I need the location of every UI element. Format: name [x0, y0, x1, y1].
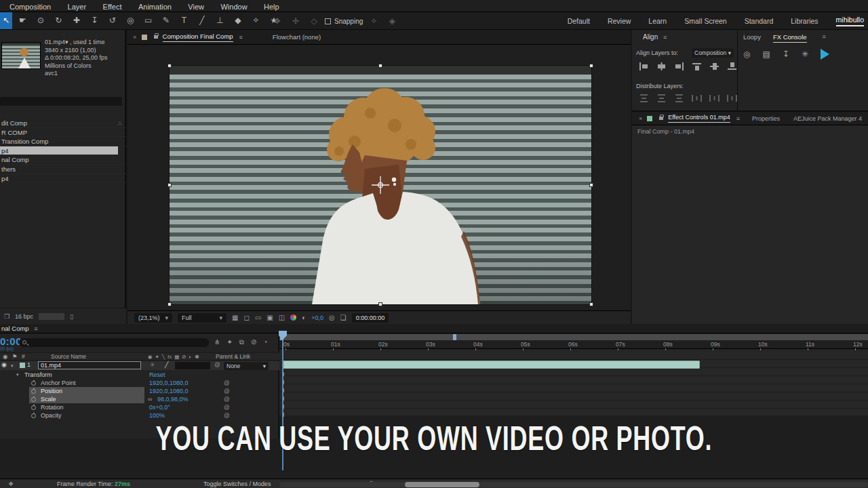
pickwhip-icon[interactable]: @	[224, 403, 230, 411]
menu-composition[interactable]: Composition	[3, 1, 58, 13]
project-item[interactable]: Transition Comp	[0, 137, 126, 146]
camera-tool[interactable]: ◎	[123, 12, 138, 29]
region-of-interest-icon[interactable]: ▭	[255, 314, 261, 321]
draft-3d-icon[interactable]: ✦	[226, 338, 232, 346]
preview-timecode[interactable]: 0:00:00:00	[352, 313, 389, 323]
source-name-column[interactable]: Source Name	[51, 353, 86, 360]
show-snapshot-icon[interactable]: ❑	[340, 314, 347, 321]
align-top-button[interactable]	[692, 62, 702, 70]
pixel-aspect-icon[interactable]: ◈	[384, 13, 399, 30]
selection-handle[interactable]	[167, 64, 172, 68]
property-value[interactable]: 1920,0,1080,0	[149, 379, 189, 387]
panel-menu-icon[interactable]: ≡	[663, 34, 667, 41]
selection-handle[interactable]	[167, 183, 172, 187]
project-item[interactable]: nal Comp	[0, 155, 126, 165]
workspace-libraries[interactable]: Libraries	[791, 17, 818, 25]
panel-menu-icon[interactable]: ≡	[823, 33, 826, 43]
tab-flowchart[interactable]: Flowchart (none)	[273, 33, 321, 41]
align-center-horizontal-button[interactable]	[656, 62, 667, 70]
tab-aejuice[interactable]: AEJuice Pack Manager 4	[793, 115, 862, 122]
project-item[interactable]: p4	[0, 174, 126, 184]
workspace-user[interactable]: mihibullo	[836, 16, 864, 26]
property-value[interactable]: 98,0,98,0%	[157, 395, 189, 403]
rectangle-tool[interactable]: ▭	[141, 12, 156, 29]
trash-icon[interactable]: ▯	[70, 313, 73, 320]
selection-tool[interactable]: ↖	[0, 12, 12, 29]
distribute-right-button[interactable]	[727, 94, 737, 102]
render-slate-icon[interactable]: ▤	[762, 49, 770, 59]
distribute-bottom-button[interactable]	[674, 94, 684, 102]
layer-color-swatch[interactable]	[20, 363, 25, 368]
project-item[interactable]: R COMP	[0, 128, 126, 138]
tab-effect-controls[interactable]: Effect Controls 01.mp4	[668, 114, 730, 123]
grid-options-icon[interactable]: ▦	[232, 314, 238, 321]
workspace-default[interactable]: Default	[568, 17, 590, 25]
timeline-horizontal-scrollbar[interactable]	[279, 482, 868, 487]
zoom-tool[interactable]: ⊙	[33, 12, 48, 29]
orbit-camera-tool[interactable]: ↻	[51, 12, 66, 29]
stopwatch-icon[interactable]	[31, 389, 36, 394]
menu-effect[interactable]: Effect	[96, 1, 129, 13]
tab-loopy[interactable]: Loopy	[743, 33, 761, 43]
project-item[interactable]: thers	[0, 165, 126, 174]
type-tool[interactable]: T	[177, 12, 192, 29]
selection-handle[interactable]	[589, 302, 593, 306]
pickwhip-icon[interactable]: @	[224, 387, 230, 395]
distribute-left-button[interactable]	[692, 94, 702, 102]
shape-dynamics-icon[interactable]: ✧	[366, 13, 381, 30]
scrollbar-handle[interactable]	[405, 482, 479, 487]
close-icon[interactable]: ×	[639, 115, 642, 122]
project-search-input[interactable]	[0, 97, 122, 106]
menu-window[interactable]: Window	[214, 1, 254, 13]
panel-menu-icon[interactable]: ≡	[34, 325, 37, 332]
toggle-switches-modes-button[interactable]: Toggle Switches / Modes	[203, 481, 271, 487]
property-value[interactable]: 0x+0,0°	[149, 403, 170, 411]
resolution-dropdown[interactable]: Full ▾	[178, 313, 226, 323]
reset-link[interactable]: Reset	[149, 371, 165, 379]
project-item[interactable]: dit Comp ∴	[0, 119, 126, 128]
interpret-footage-icon[interactable]: ❒	[4, 313, 9, 320]
distribute-vertical-center-button[interactable]	[656, 94, 667, 102]
bpc-label[interactable]: 16 bpc	[15, 313, 33, 320]
transform-group-row[interactable]: ▾ Transform Reset	[0, 371, 279, 379]
link-dimensions-icon[interactable]: ∞	[148, 395, 152, 403]
time-ruler[interactable]: 0s 01s 02s 03s 04s 05s 06s 07s 08s 09s 1…	[279, 340, 868, 349]
layer-duration-bar[interactable]	[282, 361, 700, 369]
tab-composition[interactable]: Composition Final Comp	[163, 33, 233, 42]
work-area-end-handle[interactable]	[453, 334, 456, 340]
hand-tool[interactable]: ☛	[15, 12, 30, 29]
workspace-small-screen[interactable]: Small Screen	[684, 17, 726, 25]
layer-name[interactable]: 01.mp4	[38, 361, 141, 369]
roto-brush-tool[interactable]: ✧	[248, 12, 263, 29]
distribute-top-button[interactable]	[639, 94, 649, 102]
distribute-horizontal-center-button[interactable]	[709, 94, 719, 102]
selection-handle[interactable]	[589, 183, 593, 187]
tab-properties[interactable]: Properties	[752, 115, 780, 122]
quality-switch-icon[interactable]: ╱	[165, 361, 168, 368]
stopwatch-icon[interactable]	[31, 381, 36, 386]
property-row-position[interactable]: Position 1920,0,1080,0 @	[0, 387, 279, 395]
view-axis-mode-icon[interactable]: ◇	[307, 13, 321, 30]
local-axis-mode-icon[interactable]: ❖	[270, 13, 285, 30]
selection-handle[interactable]	[167, 302, 172, 306]
pen-tool[interactable]: ✎	[159, 12, 174, 29]
menu-layer[interactable]: Layer	[61, 1, 94, 13]
clone-stamp-tool[interactable]: ⊥	[212, 12, 227, 29]
workspace-review[interactable]: Review	[608, 17, 631, 25]
world-axis-mode-icon[interactable]: ✢	[288, 13, 303, 30]
align-to-dropdown[interactable]: Composition ▾	[692, 48, 734, 58]
align-bottom-button[interactable]	[727, 62, 737, 70]
work-area-bar[interactable]	[279, 334, 868, 340]
parent-dropdown[interactable]: None ▾	[224, 362, 269, 370]
menu-view[interactable]: View	[181, 1, 211, 13]
project-item-selected[interactable]: p4	[0, 146, 118, 156]
workspace-standard[interactable]: Standard	[745, 17, 774, 25]
panel-menu-icon[interactable]: ≡	[736, 115, 740, 122]
fx-console-logo-icon[interactable]	[821, 49, 829, 60]
layer-disclosure-icon[interactable]: ▾	[11, 363, 14, 369]
align-center-vertical-button[interactable]	[709, 62, 719, 70]
composition-mini-flowchart-icon[interactable]: ⋔	[214, 338, 220, 346]
close-icon[interactable]: ×	[133, 33, 137, 41]
layer-row[interactable]: ◉ ▾ 1 01.mp4 ⍟ ╱ @ None ▾	[0, 361, 279, 370]
pickwhip-icon[interactable]: @	[224, 395, 230, 403]
